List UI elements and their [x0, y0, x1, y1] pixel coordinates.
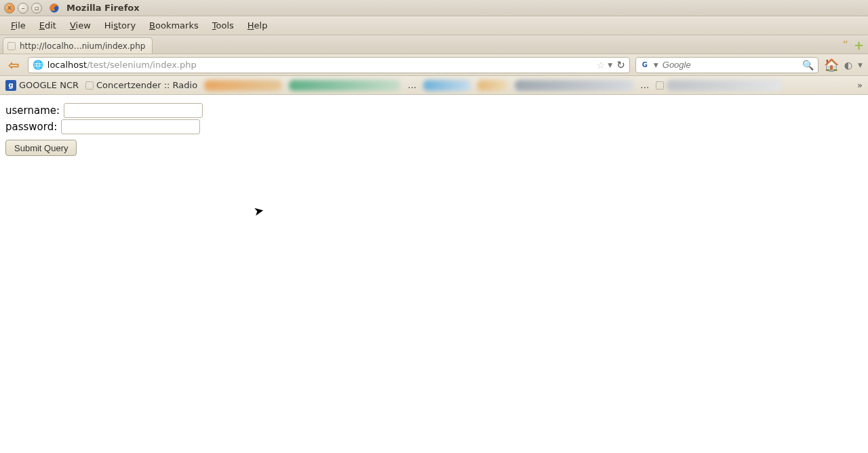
bookmark-ellipsis: … [408, 80, 416, 90]
navigation-toolbar: ⇦ 🌐 localhost/test/selenium/index.php ☆ … [0, 54, 868, 76]
search-go-icon[interactable]: 🔍 [802, 60, 814, 71]
login-form: username: password: Submit Query [5, 103, 863, 156]
bookmark-google-ncr[interactable]: g GOOGLE NCR [5, 80, 79, 91]
list-all-tabs-icon[interactable]: ˮ [843, 39, 848, 52]
bookmark-star-icon[interactable]: ☆ [597, 60, 606, 71]
window-close-button[interactable]: × [4, 3, 15, 14]
home-button[interactable]: 🏠 [824, 58, 839, 72]
tab-strip: http://localho…nium/index.php ˮ + [0, 35, 868, 54]
username-label: username: [5, 104, 60, 117]
bookmarks-overflow-icon[interactable]: » [857, 80, 863, 90]
favicon-placeholder-icon [85, 81, 94, 90]
window-title: Mozilla Firefox [66, 3, 140, 13]
addon-icon[interactable]: ◐ [844, 60, 852, 71]
reload-button[interactable]: ↻ [616, 59, 625, 71]
new-tab-button[interactable]: + [854, 38, 864, 52]
favicon-placeholder-icon [656, 81, 664, 90]
tab-title: http://localho…nium/index.php [20, 41, 145, 51]
password-label: password: [5, 121, 57, 133]
url-history-dropdown-icon[interactable]: ▼ [608, 62, 612, 68]
mouse-cursor-icon: ➤ [252, 203, 265, 218]
submit-button[interactable]: Submit Query [5, 140, 77, 156]
window-minimize-button[interactable]: – [18, 3, 28, 14]
search-engine-dropdown-icon[interactable]: ▼ [654, 62, 658, 68]
bookmark-label: GOOGLE NCR [19, 80, 79, 90]
tab-favicon-placeholder-icon [7, 42, 16, 50]
url-path: /test/selenium/index.php [87, 60, 197, 70]
bookmark-blurred[interactable] [289, 80, 401, 91]
bookmark-blurred[interactable] [204, 80, 282, 91]
search-input[interactable] [663, 60, 798, 70]
page-content: username: password: Submit Query ➤ [0, 95, 868, 453]
browser-tab[interactable]: http://localho…nium/index.php [3, 37, 153, 54]
username-input[interactable] [64, 103, 203, 118]
bookmark-label: Concertzender :: Radio [96, 80, 197, 90]
bookmark-blurred[interactable] [656, 80, 782, 91]
bookmark-blurred[interactable] [423, 80, 471, 91]
search-engine-icon[interactable]: G [640, 60, 650, 70]
password-input[interactable] [61, 119, 200, 134]
menu-bookmarks[interactable]: Bookmarks [142, 18, 205, 33]
menu-file[interactable]: File [4, 18, 33, 33]
menu-tools[interactable]: Tools [205, 18, 241, 33]
bookmark-blurred[interactable] [515, 80, 633, 91]
menu-edit[interactable]: Edit [33, 18, 63, 33]
site-identity-icon[interactable]: 🌐 [33, 60, 43, 70]
bookmark-blurred[interactable] [477, 80, 508, 91]
menu-bar: File Edit View History Bookmarks Tools H… [0, 16, 868, 35]
bookmark-concertzender[interactable]: Concertzender :: Radio [85, 80, 197, 90]
bookmarks-toolbar: g GOOGLE NCR Concertzender :: Radio … … … [0, 76, 868, 95]
firefox-icon [49, 3, 60, 14]
bookmark-ellipsis: … [640, 80, 649, 90]
back-button[interactable]: ⇦ [5, 57, 22, 73]
menu-help[interactable]: Help [241, 18, 275, 33]
url-host: localhost [47, 60, 87, 70]
toolbar-menu-dropdown-icon[interactable]: ▼ [858, 62, 863, 68]
menu-history[interactable]: History [98, 18, 142, 33]
google-favicon-icon: g [5, 80, 16, 91]
menu-view[interactable]: View [63, 18, 98, 33]
window-maximize-button[interactable]: ▫ [31, 3, 42, 14]
title-bar: × – ▫ Mozilla Firefox [0, 0, 868, 16]
search-bar[interactable]: G ▼ 🔍 [635, 57, 818, 73]
address-bar[interactable]: 🌐 localhost/test/selenium/index.php ☆ ▼ … [28, 57, 630, 73]
